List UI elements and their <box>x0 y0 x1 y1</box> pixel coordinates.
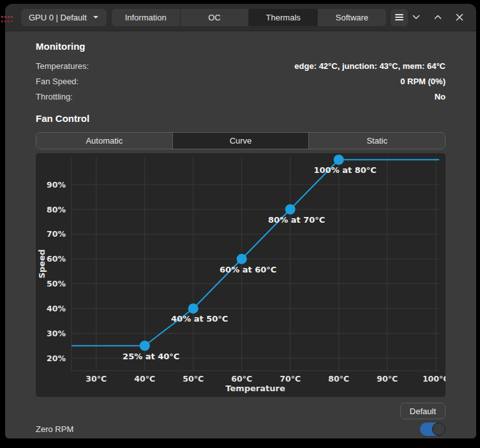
fan-speed-value: 0 RPM (0%) <box>400 77 446 86</box>
tab-oc[interactable]: OC <box>180 9 249 26</box>
fan-mode-automatic[interactable]: Automatic <box>36 133 172 149</box>
tab-information[interactable]: Information <box>112 9 180 26</box>
x-tick-label: 60°C <box>231 374 252 384</box>
curve-point-40[interactable] <box>140 341 150 351</box>
x-tick-label: 40°C <box>134 374 155 384</box>
screenshot-artifact <box>1 16 13 22</box>
tab-software[interactable]: Software <box>317 9 386 26</box>
content-area: Monitoring Temperatures: edge: 42°C, jun… <box>5 31 476 436</box>
fan-curve-panel: 30°C40°C50°C60°C70°C80°C90°C100°C20%30%4… <box>36 153 446 397</box>
y-tick-label: 80% <box>47 205 66 214</box>
chevron-up-icon <box>434 13 442 21</box>
temperatures-row: Temperatures: edge: 42°C, junction: 43°C… <box>36 61 446 77</box>
maximize-button[interactable] <box>430 10 446 25</box>
default-button[interactable]: Default <box>400 403 446 419</box>
temperatures-value: edge: 42°C, junction: 43°C, mem: 64°C <box>294 61 446 71</box>
curve-point-label: 80% at 70°C <box>268 215 325 225</box>
curve-point-label: 40% at 50°C <box>171 314 228 324</box>
titlebar: GPU 0 | Default Information OC Thermals … <box>5 4 476 31</box>
fan-control-section-title: Fan Control <box>36 112 446 124</box>
y-tick-label: 70% <box>47 229 66 239</box>
chevron-down-icon <box>412 13 420 21</box>
throttling-value: No <box>435 92 446 101</box>
minimize-button[interactable] <box>409 10 424 25</box>
curve-point-label: 25% at 40°C <box>123 352 179 361</box>
fan-speed-row: Fan Speed: 0 RPM (0%) <box>36 77 446 92</box>
gpu-selector-dropdown[interactable]: GPU 0 | Default <box>21 9 107 26</box>
throttling-label: Throttling: <box>36 92 73 101</box>
y-tick-label: 90% <box>47 180 66 190</box>
x-tick-label: 90°C <box>377 374 398 384</box>
x-axis-title: Temperature <box>225 384 285 393</box>
page-tabs: Information OC Thermals Software <box>112 9 386 26</box>
y-tick-label: 20% <box>47 354 66 363</box>
x-tick-label: 50°C <box>183 374 204 384</box>
fan-speed-label: Fan Speed: <box>36 77 79 86</box>
throttling-row: Throttling: No <box>36 92 446 107</box>
curve-point-50[interactable] <box>188 303 199 313</box>
x-tick-label: 70°C <box>280 374 301 384</box>
close-icon <box>456 13 463 21</box>
temperatures-label: Temperatures: <box>36 61 89 71</box>
gpu-selector-label: GPU 0 | Default <box>29 13 87 22</box>
monitoring-rows: Temperatures: edge: 42°C, junction: 43°C… <box>36 61 446 107</box>
toggle-knob-icon <box>432 422 446 436</box>
y-axis-title: Speed <box>37 250 47 279</box>
monitoring-section-title: Monitoring <box>36 40 446 52</box>
close-button[interactable] <box>452 10 467 25</box>
curve-point-80[interactable] <box>334 154 344 165</box>
main-menu-button[interactable] <box>391 9 408 26</box>
fan-mode-curve[interactable]: Curve <box>172 133 309 149</box>
curve-point-label: 100% at 80°C <box>314 165 377 175</box>
y-tick-label: 50% <box>47 279 66 288</box>
chevron-down-icon <box>93 15 99 19</box>
fan-curve-line <box>71 160 439 345</box>
curve-point-60[interactable] <box>237 254 247 264</box>
x-tick-label: 80°C <box>328 374 349 384</box>
window-controls <box>409 10 467 25</box>
fan-mode-segmented-control: Automatic Curve Static <box>36 132 446 149</box>
default-row: Default <box>36 403 446 419</box>
curve-point-70[interactable] <box>285 204 296 214</box>
tab-thermals[interactable]: Thermals <box>248 9 317 26</box>
curve-point-label: 60% at 60°C <box>220 265 276 274</box>
zero-rpm-row: Zero RPM <box>36 422 446 436</box>
x-tick-label: 100°C <box>423 374 446 384</box>
zero-rpm-label: Zero RPM <box>36 424 73 434</box>
zero-rpm-toggle[interactable] <box>420 422 446 436</box>
y-tick-label: 30% <box>47 329 66 338</box>
app-window: GPU 0 | Default Information OC Thermals … <box>5 4 476 438</box>
x-tick-label: 30°C <box>86 374 107 384</box>
hamburger-icon <box>395 17 403 18</box>
y-tick-label: 60% <box>47 254 66 264</box>
y-tick-label: 40% <box>47 304 66 313</box>
fan-mode-static[interactable]: Static <box>308 133 445 149</box>
fan-curve-chart[interactable]: 30°C40°C50°C60°C70°C80°C90°C100°C20%30%4… <box>36 153 446 397</box>
